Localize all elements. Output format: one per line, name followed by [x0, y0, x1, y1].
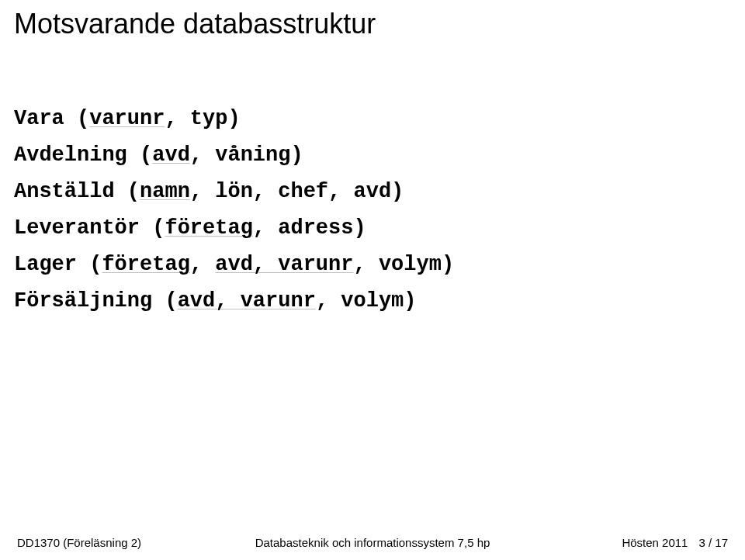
slide: Motsvarande databasstruktur Vara (varunr… — [0, 0, 745, 560]
space — [77, 253, 89, 276]
schema-row: Försäljning (avd, varunr, volym) — [14, 291, 728, 312]
footer-center: Databasteknik och informationssystem 7,5… — [255, 536, 490, 549]
attr: avd, varunr — [178, 289, 316, 313]
open-paren: ( — [140, 143, 152, 167]
attr: volym) — [379, 253, 454, 276]
space — [140, 216, 152, 240]
sep: , — [353, 253, 378, 276]
relation-name: Lager — [14, 253, 77, 276]
attr: namn — [140, 180, 190, 203]
attr: företag — [102, 253, 189, 276]
sep: , — [190, 180, 215, 203]
relation-name: Anställd — [14, 180, 115, 203]
schema-row: Avdelning (avd, våning) — [14, 145, 728, 166]
attr: avd — [152, 143, 190, 167]
attr: adress) — [278, 216, 366, 240]
schema-row: Leverantör (företag, adress) — [14, 218, 728, 239]
schema-row: Lager (företag, avd, varunr, volym) — [14, 254, 728, 275]
attr: våning) — [215, 143, 303, 167]
open-paren: ( — [77, 107, 89, 130]
attr: typ) — [190, 107, 241, 130]
footer-left: DD1370 (Föreläsning 2) — [17, 536, 141, 549]
sep: , — [316, 289, 341, 313]
space — [64, 107, 77, 130]
sep: , — [253, 216, 278, 240]
relation-name: Försäljning — [14, 289, 152, 313]
attr: volym) — [341, 289, 416, 313]
relation-name: Leverantör — [14, 216, 140, 240]
attr: varunr — [89, 107, 165, 130]
sep: , — [190, 253, 215, 276]
page-title: Motsvarande databasstruktur — [14, 8, 376, 40]
schema-row: Anställd (namn, lön, chef, avd) — [14, 181, 728, 202]
schema-row: Vara (varunr, typ) — [14, 109, 728, 130]
relation-name: Vara — [14, 107, 64, 130]
space — [115, 180, 127, 203]
footer-term: Hösten 2011 — [622, 536, 688, 549]
attr: lön, chef, avd) — [215, 180, 404, 203]
space — [152, 289, 165, 313]
schema-body: Vara (varunr, typ) Avdelning (avd, vånin… — [14, 109, 728, 327]
attr: avd, varunr — [215, 253, 353, 276]
relation-name: Avdelning — [14, 143, 127, 167]
sep: , — [165, 107, 189, 130]
attr: företag — [165, 216, 252, 240]
open-paren: ( — [152, 216, 165, 240]
sep: , — [190, 143, 215, 167]
footer-right: Hösten 20113 / 17 — [622, 536, 728, 549]
footer-page: 3 / 17 — [698, 536, 728, 549]
open-paren: ( — [165, 289, 177, 313]
open-paren: ( — [127, 180, 140, 203]
open-paren: ( — [89, 253, 102, 276]
space — [127, 143, 140, 167]
